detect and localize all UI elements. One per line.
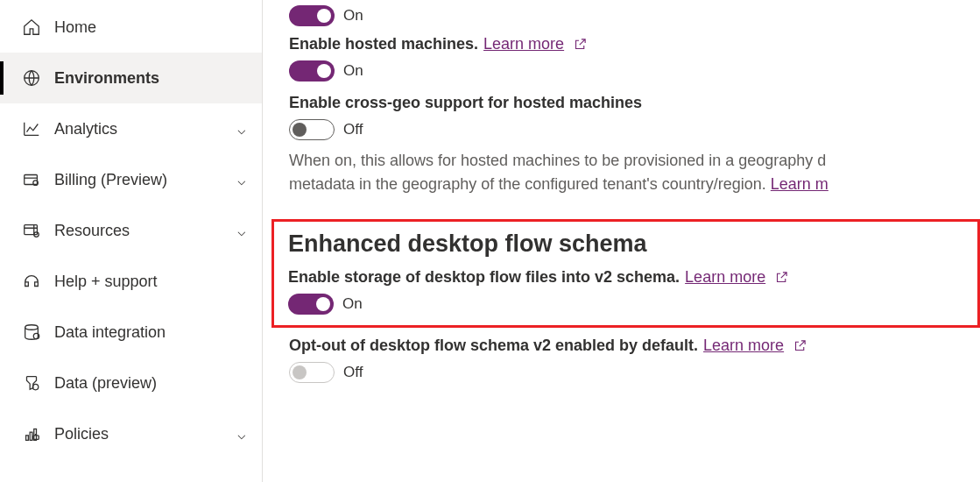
toggle-state-label: Off — [343, 121, 363, 138]
setting-title: Enable hosted machines. — [289, 35, 478, 53]
sidebar-item-data-integration[interactable]: Data integration — [0, 307, 262, 358]
analytics-icon — [21, 118, 42, 139]
svg-rect-8 — [26, 436, 29, 441]
resources-icon — [21, 220, 42, 241]
chevron-down-icon: ⌵ — [237, 426, 246, 443]
sidebar-item-home[interactable]: Home — [0, 2, 262, 53]
setting-title: Opt-out of desktop flow schema v2 enable… — [289, 337, 698, 355]
svg-point-5 — [25, 325, 39, 330]
setting-cross-geo: Enable cross-geo support for hosted mach… — [289, 94, 980, 196]
main-content: On Enable hosted machines. Learn more On… — [263, 0, 980, 482]
learn-more-link[interactable]: Learn more — [685, 268, 765, 287]
data-preview-icon — [21, 372, 42, 393]
help-icon — [21, 271, 42, 292]
sidebar-item-policies[interactable]: Policies ⌵ — [0, 408, 262, 459]
toggle-state-label: On — [342, 295, 363, 313]
svg-rect-9 — [30, 432, 32, 440]
toggle-row-generic: On — [289, 0, 980, 26]
sidebar-item-data-preview[interactable]: Data (preview) — [0, 358, 262, 408]
toggle-cross-geo[interactable] — [289, 119, 335, 140]
sidebar-item-billing[interactable]: Billing (Preview) ⌵ — [0, 154, 262, 205]
toggle-state-label: On — [343, 7, 363, 25]
sidebar-item-resources[interactable]: Resources ⌵ — [0, 205, 262, 256]
sidebar-item-label: Data integration — [54, 323, 246, 342]
sidebar-item-label: Analytics — [54, 120, 237, 138]
learn-more-link[interactable]: Learn m — [771, 175, 828, 193]
learn-more-link[interactable]: Learn more — [483, 35, 564, 53]
sidebar-item-label: Home — [54, 18, 246, 37]
sidebar: Home Environments Analytics ⌵ Billing (P… — [0, 0, 263, 482]
section-heading: Enhanced desktop flow schema — [288, 230, 967, 258]
chevron-down-icon: ⌵ — [237, 223, 246, 239]
billing-icon — [21, 169, 42, 190]
toggle-v2-schema[interactable] — [288, 294, 334, 315]
home-icon — [21, 17, 42, 38]
toggle-state-label: On — [343, 62, 363, 80]
cross-geo-description: When on, this allows for hosted machines… — [289, 149, 980, 196]
sidebar-item-label: Help + support — [54, 273, 246, 291]
sidebar-item-help[interactable]: Help + support — [0, 256, 262, 307]
external-link-icon — [774, 270, 789, 285]
toggle-hosted-machines[interactable] — [289, 60, 335, 82]
setting-title: Enable storage of desktop flow files int… — [288, 268, 680, 287]
chevron-down-icon: ⌵ — [237, 172, 246, 188]
sidebar-item-label: Billing (Preview) — [54, 171, 237, 189]
highlight-enhanced-schema: Enhanced desktop flow schema Enable stor… — [271, 219, 980, 328]
svg-rect-1 — [25, 175, 38, 185]
external-link-icon — [573, 37, 588, 52]
external-link-icon — [793, 338, 807, 353]
sidebar-item-label: Environments — [54, 69, 246, 88]
sidebar-item-analytics[interactable]: Analytics ⌵ — [0, 103, 262, 154]
toggle-optout[interactable] — [289, 362, 335, 383]
svg-rect-3 — [25, 225, 38, 235]
sidebar-item-label: Data (preview) — [54, 374, 246, 393]
sidebar-item-label: Policies — [54, 425, 237, 443]
setting-hosted-machines: Enable hosted machines. Learn more On — [289, 35, 980, 82]
learn-more-link[interactable]: Learn more — [703, 337, 784, 355]
sidebar-item-environments[interactable]: Environments — [0, 53, 262, 103]
globe-icon — [21, 67, 42, 89]
data-integration-icon — [21, 322, 42, 343]
toggle-state-label: Off — [343, 364, 363, 381]
sidebar-item-label: Resources — [54, 222, 237, 240]
chevron-down-icon: ⌵ — [237, 121, 246, 138]
toggle-switch[interactable] — [289, 5, 335, 26]
policies-icon — [21, 423, 42, 444]
setting-optout: Opt-out of desktop flow schema v2 enable… — [289, 337, 980, 383]
setting-title: Enable cross-geo support for hosted mach… — [289, 94, 642, 112]
